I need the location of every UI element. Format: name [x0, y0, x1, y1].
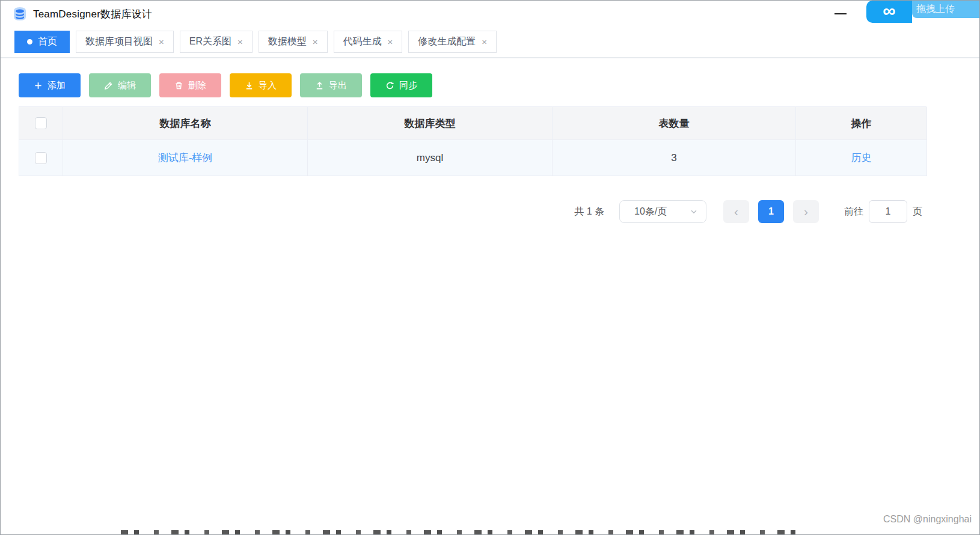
- watermark: CSDN @ningxinghai: [883, 514, 972, 525]
- sync-button[interactable]: 同步: [370, 73, 432, 97]
- minimize-icon: [835, 13, 847, 14]
- next-page-button[interactable]: ›: [793, 200, 819, 223]
- minimize-button[interactable]: [832, 1, 849, 27]
- goto-page-input[interactable]: [869, 200, 907, 223]
- drag-upload-label: 拖拽上传: [916, 3, 955, 16]
- tab-label: 数据库项目视图: [85, 35, 153, 48]
- goto-label: 前往: [844, 206, 863, 218]
- upload-icon: [315, 81, 324, 90]
- row-checkbox[interactable]: [35, 152, 47, 164]
- row-checkbox-cell: [19, 140, 63, 176]
- tab-code-generation[interactable]: 代码生成 ×: [334, 31, 403, 53]
- download-icon: [245, 81, 254, 90]
- app-title: TeamDesigner数据库设计: [33, 7, 152, 21]
- next-icon: ›: [804, 204, 808, 219]
- prev-icon: ‹: [734, 204, 738, 219]
- total-count-label: 共 1 条: [574, 206, 604, 218]
- pencil-icon: [104, 81, 113, 90]
- tab-database-project-view[interactable]: 数据库项目视图 ×: [76, 31, 174, 53]
- header-database-name: 数据库名称: [63, 107, 308, 140]
- tab-er-diagram[interactable]: ER关系图 ×: [180, 31, 253, 53]
- tabbar-divider: [1, 57, 979, 58]
- upload-extension-overlay: ∞ 拖拽上传: [866, 1, 979, 23]
- header-table-count: 表数量: [553, 107, 796, 140]
- tab-modify-generation-config[interactable]: 修改生成配置 ×: [408, 31, 497, 53]
- page-size-select[interactable]: 10条/页: [619, 200, 706, 223]
- tab-label: 代码生成: [343, 35, 382, 48]
- header-database-type: 数据库类型: [308, 107, 553, 140]
- close-tab-icon[interactable]: ×: [482, 37, 487, 46]
- prev-page-button[interactable]: ‹: [723, 200, 749, 223]
- extension-button[interactable]: ∞: [866, 1, 912, 23]
- header-actions: 操作: [796, 107, 927, 140]
- page-unit-label: 页: [913, 206, 922, 218]
- close-tab-icon[interactable]: ×: [159, 37, 164, 46]
- pagination: 共 1 条 10条/页 ‹ 1 › 前往 页: [574, 199, 922, 224]
- tab-label: 修改生成配置: [418, 35, 476, 48]
- tab-bar: 首页 数据库项目视图 × ER关系图 × 数据模型 × 代码生成 × 修改生成配…: [14, 31, 497, 53]
- refresh-icon: [385, 81, 394, 90]
- tab-label: 数据模型: [268, 35, 307, 48]
- active-tab-dot-icon: [27, 39, 32, 44]
- table-row: 测试库-样例 mysql 3 历史: [19, 140, 926, 176]
- table-header-row: 数据库名称 数据库类型 表数量 操作: [19, 107, 926, 140]
- header-checkbox-cell: [19, 107, 63, 140]
- add-button[interactable]: 添加: [19, 73, 81, 97]
- close-tab-icon[interactable]: ×: [388, 37, 393, 46]
- edit-button[interactable]: 编辑: [89, 73, 151, 97]
- close-tab-icon[interactable]: ×: [237, 37, 243, 46]
- trash-icon: [174, 81, 183, 90]
- toolbar: 添加 编辑 删除 导入 导出 同步: [19, 73, 432, 97]
- tab-label: ER关系图: [189, 35, 231, 48]
- export-button[interactable]: 导出: [300, 73, 362, 97]
- tab-label: 首页: [38, 35, 57, 48]
- plus-icon: [34, 81, 43, 90]
- database-app-icon: [11, 5, 28, 22]
- select-all-checkbox[interactable]: [35, 117, 47, 129]
- database-name-link[interactable]: 测试库-样例: [158, 151, 213, 165]
- database-type-value: mysql: [308, 140, 553, 176]
- page-size-value: 10条/页: [634, 206, 667, 218]
- clipped-bottom-content: [121, 530, 797, 534]
- delete-button[interactable]: 删除: [159, 73, 221, 97]
- infinity-icon: ∞: [883, 2, 895, 20]
- import-button[interactable]: 导入: [230, 73, 292, 97]
- page-number-button[interactable]: 1: [758, 200, 784, 223]
- drag-upload-panel[interactable]: 拖拽上传: [912, 1, 979, 18]
- table-count-value: 3: [553, 140, 796, 176]
- tab-home[interactable]: 首页: [14, 31, 70, 53]
- chevron-down-icon: [690, 207, 698, 216]
- tab-data-model[interactable]: 数据模型 ×: [259, 31, 328, 53]
- database-table: 数据库名称 数据库类型 表数量 操作 测试库-样例 mysql 3 历史: [19, 106, 926, 176]
- close-tab-icon[interactable]: ×: [313, 37, 318, 46]
- history-link[interactable]: 历史: [851, 151, 872, 165]
